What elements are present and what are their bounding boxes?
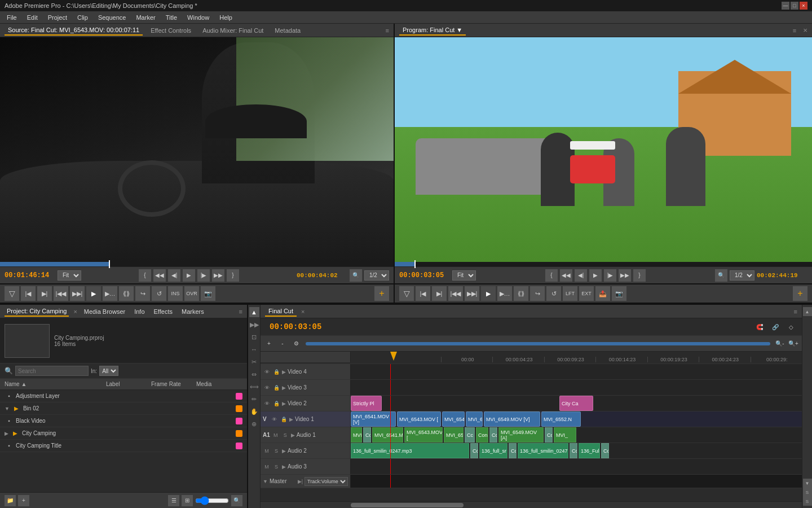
prg-lift[interactable]: LFT xyxy=(563,286,577,301)
menu-window[interactable]: Window xyxy=(183,13,214,22)
track-eye-video2[interactable]: 👁 xyxy=(263,400,271,408)
source-panel-menu[interactable]: ≡ xyxy=(386,27,389,34)
prg-go-out[interactable]: ▶▶| xyxy=(465,286,479,301)
scroll-down-btn[interactable]: ▼ xyxy=(803,479,812,488)
audio-cor3[interactable]: Cor xyxy=(545,427,553,443)
list-item[interactable]: ▪ Adjustment Layer xyxy=(0,390,247,402)
expand-audio1[interactable]: ▶ xyxy=(291,432,295,438)
audio-cor-2b[interactable]: Cor xyxy=(509,443,517,458)
rate-stretch-tool[interactable]: ↔ xyxy=(249,344,259,354)
maximize-button[interactable]: □ xyxy=(791,2,798,10)
prg-play-in-out[interactable]: ▶… xyxy=(497,286,512,301)
track-content-video1[interactable]: MVI_6541.MOV [V] MVI_6543.MOV [ MVI_6548… xyxy=(351,411,802,427)
src-mark-in-btn[interactable]: ▽ xyxy=(5,286,19,301)
track-eye-video4[interactable]: 👁 xyxy=(263,368,271,376)
audio-mvi6541[interactable]: MVI_6541.MOV xyxy=(372,427,403,443)
effects-tab[interactable]: Effects xyxy=(152,307,175,316)
program-set-in[interactable]: { xyxy=(545,269,558,282)
source-tab[interactable]: Source: Final Cut: MVI_6543.MOV: 00:00:0… xyxy=(5,25,143,36)
clip-mvi6548[interactable]: MVI_6548.MC xyxy=(442,411,465,427)
audio-136-sr[interactable]: 136_full_sr xyxy=(479,443,508,458)
track-content-audio2[interactable]: 136_full_smilin_0247.mp3 Cor 136_full_sr… xyxy=(351,443,802,458)
audio-cc1[interactable]: Cc xyxy=(465,427,475,443)
prg-go-in[interactable]: |◀◀ xyxy=(448,286,463,301)
menu-help[interactable]: Help xyxy=(215,13,237,22)
src-overwrite[interactable]: OVR xyxy=(184,286,199,301)
track-solo-audio1[interactable]: S xyxy=(281,431,289,439)
source-zoom[interactable]: 🔍 xyxy=(350,269,362,282)
menu-sequence[interactable]: Sequence xyxy=(94,13,131,22)
program-play-button[interactable]: ▶ xyxy=(589,269,602,282)
menu-edit[interactable]: Edit xyxy=(23,13,42,22)
src-prev-edit[interactable]: |◀ xyxy=(21,286,36,301)
audio-cons[interactable]: Cons xyxy=(476,427,488,443)
timeline-tab-finalcut[interactable]: Final Cut xyxy=(265,306,297,317)
src-shuttle-fwd[interactable]: ↪ xyxy=(135,286,150,301)
src-camera[interactable]: 📷 xyxy=(201,286,215,301)
project-tab[interactable]: Project: City Camping xyxy=(5,306,69,317)
expand-icon[interactable]: ▼ xyxy=(5,406,10,411)
program-panel-menu[interactable]: ≡ xyxy=(793,27,796,34)
expand-video3[interactable]: ▶ xyxy=(282,385,286,391)
program-tab[interactable]: Program: Final Cut ▼ xyxy=(399,25,466,36)
list-item[interactable]: ▪ Black Video xyxy=(0,415,247,427)
source-fit-select[interactable]: Fit xyxy=(58,270,81,281)
program-timecode[interactable]: 00:00:03:05 xyxy=(399,271,450,279)
menu-file[interactable]: File xyxy=(2,13,21,22)
clip-mvi6552[interactable]: MVI_6552.N xyxy=(541,411,581,427)
list-view-button[interactable]: ☰ xyxy=(168,495,179,506)
program-step-forward[interactable]: ▶▶ xyxy=(619,269,631,282)
source-step-forward[interactable]: ▶▶ xyxy=(212,269,224,282)
expand-video4[interactable]: ▶ xyxy=(282,369,286,375)
track-lock-video4[interactable]: 🔒 xyxy=(272,368,280,376)
project-tab-close[interactable]: × xyxy=(73,308,77,315)
track-eye-video3[interactable]: 👁 xyxy=(263,384,271,392)
snap-toggle[interactable]: 🧲 xyxy=(753,321,766,333)
hand-tool[interactable]: ✋ xyxy=(249,406,259,417)
audio-mvi6543[interactable]: MVI_6543.MOV [ xyxy=(404,427,443,443)
tl-zoom-out[interactable]: 🔍- xyxy=(774,338,786,350)
col-framerate-header[interactable]: Frame Rate xyxy=(151,381,196,387)
scroll-s2-btn[interactable]: S xyxy=(803,497,812,506)
src-insert[interactable]: INS xyxy=(168,286,183,301)
slide-tool[interactable]: ⟺ xyxy=(249,382,259,392)
expand-master[interactable]: ▼ xyxy=(263,479,268,484)
program-quality[interactable]: 1/2 xyxy=(730,270,754,281)
track-content-audio1[interactable]: MVI_65 Cor MVI_6541.MOV MVI_6543.MOV [ M… xyxy=(351,427,802,443)
program-close[interactable]: × xyxy=(803,26,807,34)
source-set-in[interactable]: { xyxy=(139,269,151,282)
source-step-frame-forward[interactable]: |▶ xyxy=(197,269,210,282)
audio-136-full-1[interactable]: 136_full_smilin_0247.mp3 xyxy=(351,443,469,458)
audio-mixer-tab[interactable]: Audio Mixer: Final Cut xyxy=(199,26,267,35)
zoom-tool[interactable]: ⊕ xyxy=(249,419,259,429)
markers-tab[interactable]: Markers xyxy=(179,307,206,316)
src-play-in-out[interactable]: ▶… xyxy=(103,286,117,301)
markers-btn[interactable]: ◇ xyxy=(785,321,797,333)
expand-video1[interactable]: ▶ xyxy=(289,417,293,422)
track-content-audio3[interactable] xyxy=(351,459,802,474)
audio-cor-2a[interactable]: Cor xyxy=(470,443,478,458)
minimize-button[interactable]: — xyxy=(782,2,789,10)
source-step-back[interactable]: ◀◀ xyxy=(153,269,166,282)
effect-controls-tab[interactable]: Effect Controls xyxy=(147,26,195,35)
track-mute-audio2[interactable]: M xyxy=(263,447,271,455)
timeline-scrollbar[interactable] xyxy=(261,501,802,508)
info-tab[interactable]: Info xyxy=(132,307,147,316)
audio-cor2[interactable]: Cor xyxy=(489,427,497,443)
new-item-button[interactable]: + xyxy=(18,495,29,506)
track-lock-video1[interactable]: 🔒 xyxy=(280,415,288,423)
clip-strictly-pl[interactable]: Strictly Pl xyxy=(351,396,382,411)
prg-next-edit[interactable]: ▶| xyxy=(432,286,447,301)
col-label-header[interactable]: Label xyxy=(106,381,151,387)
ripple-edit-tool[interactable]: ⊡ xyxy=(249,332,259,342)
pen-tool[interactable]: ✏ xyxy=(249,394,259,404)
clip-mvi6543[interactable]: MVI_6543.MOV [ xyxy=(397,411,441,427)
prg-shuttle-stop[interactable]: ⟪⟫ xyxy=(514,286,528,301)
clip-mvi6541-v[interactable]: MVI_6541.MOV [V] xyxy=(351,411,396,427)
track-solo-audio2[interactable]: S xyxy=(272,447,280,455)
in-select[interactable]: All xyxy=(99,366,118,376)
expand-audio3[interactable]: ▶ xyxy=(282,464,286,470)
linked-toggle[interactable]: 🔗 xyxy=(769,321,782,333)
prg-add-track[interactable]: + xyxy=(793,286,807,301)
list-item[interactable]: ▼ ▶ Bin 02 xyxy=(0,402,247,415)
